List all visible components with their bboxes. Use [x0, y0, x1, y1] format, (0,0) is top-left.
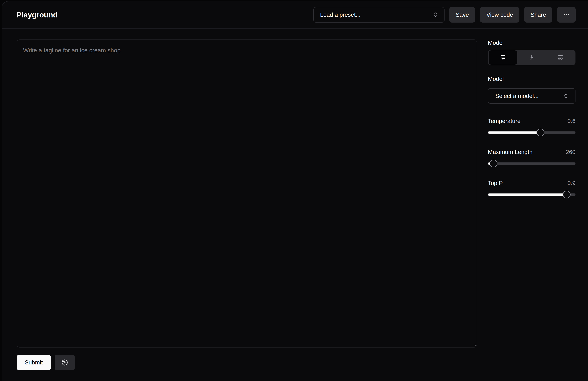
load-preset-value: Load a preset... [320, 11, 360, 18]
mode-edit-button[interactable] [546, 50, 575, 65]
editor-column: Submit [17, 40, 477, 381]
maximum-length-slider[interactable] [488, 160, 575, 168]
settings-sidebar: Mode Model [488, 40, 575, 381]
slider-head: Temperature 0.6 [488, 118, 575, 125]
share-button[interactable]: Share [524, 7, 552, 22]
history-button[interactable] [55, 355, 75, 370]
slider-fill [488, 131, 540, 134]
more-options-button[interactable] [557, 7, 576, 22]
model-select[interactable]: Select a model... [488, 88, 575, 104]
mode-insert-button[interactable] [517, 50, 546, 65]
chevrons-up-down-icon [563, 93, 569, 99]
playground-panel: Playground Load a preset... Save View co… [2, 1, 588, 381]
temperature-label: Temperature [488, 118, 521, 125]
temperature-value: 0.6 [567, 118, 575, 125]
chevrons-up-down-icon [433, 12, 439, 18]
slider-track [488, 163, 575, 165]
header-actions: Load a preset... Save View code Share [313, 7, 576, 22]
slider-fill [488, 193, 567, 196]
text-complete-icon [500, 54, 506, 61]
ellipsis-icon [563, 12, 570, 18]
editor-footer: Submit [17, 355, 477, 370]
slider-track [488, 193, 575, 196]
temperature-setting: Temperature 0.6 [488, 118, 575, 136]
history-icon [61, 359, 68, 366]
maximum-length-value: 260 [566, 149, 575, 155]
header: Playground Load a preset... Save View co… [2, 1, 588, 29]
top-p-value: 0.9 [567, 180, 575, 187]
prompt-textarea[interactable] [17, 40, 477, 347]
temperature-slider-thumb[interactable] [537, 129, 544, 136]
content: Submit Mode [2, 29, 588, 381]
model-label: Model [488, 76, 575, 82]
top-p-slider[interactable] [488, 191, 575, 198]
maximum-length-slider-thumb[interactable] [490, 160, 497, 168]
slider-head: Top P 0.9 [488, 180, 575, 187]
prompt-editor-wrap [17, 40, 477, 347]
slider-head: Maximum Length 260 [488, 149, 575, 155]
top-p-label: Top P [488, 180, 503, 187]
save-button[interactable]: Save [449, 7, 475, 22]
mode-label: Mode [488, 40, 575, 46]
top-p-slider-thumb[interactable] [563, 191, 570, 198]
view-code-button[interactable]: View code [480, 7, 519, 22]
model-select-value: Select a model... [495, 93, 539, 99]
slider-track [488, 131, 575, 134]
load-preset-select[interactable]: Load a preset... [313, 7, 444, 22]
page-title: Playground [17, 11, 58, 19]
temperature-slider[interactable] [488, 129, 575, 136]
arrow-insert-icon [528, 54, 535, 61]
mode-complete-button[interactable] [489, 50, 517, 65]
maximum-length-label: Maximum Length [488, 149, 532, 155]
submit-button[interactable]: Submit [17, 355, 51, 370]
text-edit-icon [557, 54, 564, 61]
top-p-setting: Top P 0.9 [488, 180, 575, 198]
mode-toggle-group [488, 50, 575, 65]
maximum-length-setting: Maximum Length 260 [488, 149, 575, 168]
